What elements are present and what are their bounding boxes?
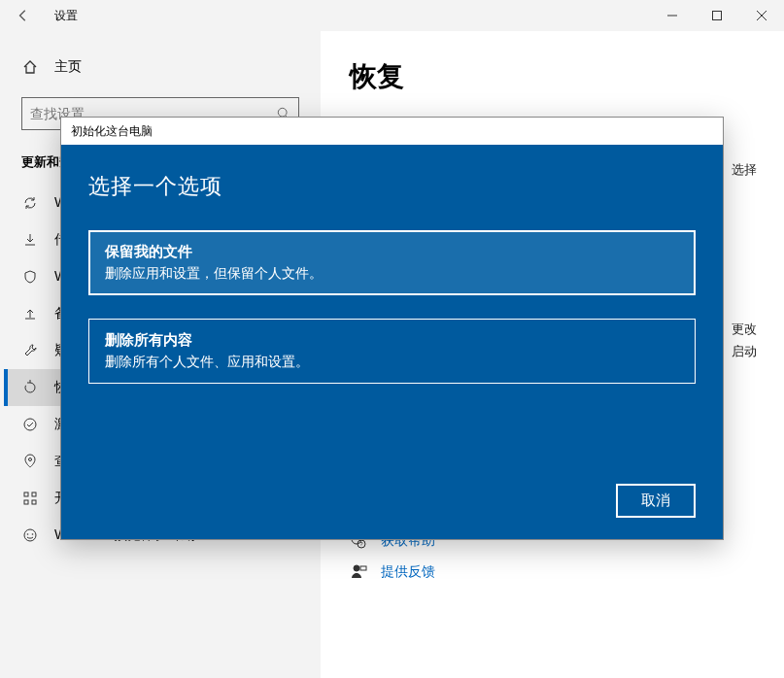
feedback-icon [350,563,367,581]
option-keep-files[interactable]: 保留我的文件 删除应用和设置，但保留个人文件。 [88,230,696,295]
recovery-icon [21,380,39,395]
svg-text:?: ? [359,541,363,547]
svg-point-14 [32,533,34,535]
dialog-titlebar: 初始化这台电脑 [61,118,723,145]
svg-point-6 [24,419,36,430]
svg-point-4 [278,108,287,117]
home-label: 主页 [54,58,82,76]
minimize-icon [667,11,677,20]
dialog-heading: 选择一个选项 [88,172,696,201]
home-icon [21,59,39,75]
content-fragment: 选择 [732,158,757,183]
content-fragment: 启动 [732,340,757,364]
reset-pc-dialog: 初始化这台电脑 选择一个选项 保留我的文件 删除应用和设置，但保留个人文件。 删… [60,117,724,540]
maximize-icon [712,11,722,20]
svg-point-12 [24,529,36,541]
location-icon [21,454,39,469]
content-fragment: 更改 [732,318,757,342]
maximize-button[interactable] [695,0,739,31]
svg-rect-10 [24,500,28,504]
minimize-button[interactable] [650,0,695,31]
window-titlebar: 设置 [0,0,784,31]
developer-icon [21,491,39,506]
svg-point-7 [29,458,32,461]
delivery-icon [21,232,39,248]
cancel-button[interactable]: 取消 [616,484,696,518]
feedback-link[interactable]: 提供反馈 [381,563,435,581]
dialog-window-title: 初始化这台电脑 [71,123,153,140]
option-remove-everything[interactable]: 删除所有内容 删除所有个人文件、应用和设置。 [88,319,696,384]
back-button[interactable] [0,0,47,31]
insider-icon [21,527,39,543]
svg-rect-11 [32,500,36,504]
sync-icon [21,195,39,211]
feedback-link-row: 提供反馈 [350,563,755,581]
option-title: 保留我的文件 [105,243,679,261]
arrow-left-icon [17,9,30,22]
check-circle-icon [21,417,39,432]
option-desc: 删除所有个人文件、应用和设置。 [105,354,679,371]
window-title: 设置 [54,8,78,24]
svg-rect-1 [713,12,722,20]
svg-point-13 [27,533,29,535]
svg-rect-19 [360,566,366,570]
svg-point-18 [354,565,359,571]
wrench-icon [21,343,39,358]
option-title: 删除所有内容 [105,331,679,350]
close-icon [757,11,767,20]
shield-icon [21,269,39,285]
home-link[interactable]: 主页 [4,51,317,84]
svg-rect-9 [32,492,36,496]
close-button[interactable] [739,0,784,31]
option-desc: 删除应用和设置，但保留个人文件。 [105,265,679,283]
svg-rect-8 [24,492,28,496]
backup-icon [21,306,39,322]
page-title: 恢复 [350,58,755,95]
